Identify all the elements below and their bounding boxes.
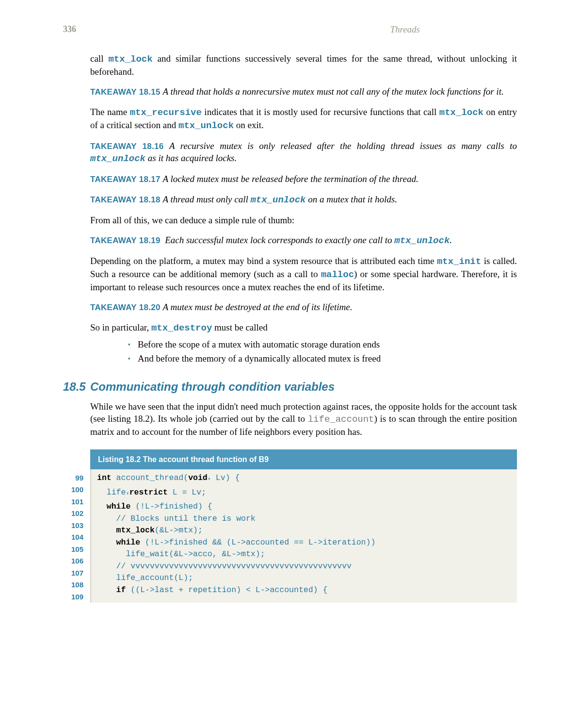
takeaway-body: A thread that holds a nonrecursive mutex…	[162, 86, 503, 97]
bullet-list: Before the scope of a mutex with automat…	[128, 338, 517, 364]
takeaway: TAKEAWAY 18.16 A recursive mutex is only…	[90, 140, 517, 165]
section-title: Communicating through condition variable…	[90, 379, 335, 395]
code-inline: mtx_unlock	[90, 153, 145, 164]
takeaway-body: A locked mutex must be released before t…	[162, 174, 418, 184]
paragraph: While we have seen that the input didn't…	[90, 400, 517, 438]
takeaway: TAKEAWAY 18.17 A locked mutex must be re…	[90, 173, 517, 185]
paragraph: So in particular, mtx_destroy must be ca…	[90, 321, 517, 334]
list-item: And before the memory of a dynamically a…	[128, 352, 517, 364]
page-header: 336 Threads	[63, 24, 517, 35]
code-inline: mtx_destroy	[151, 323, 212, 333]
takeaway: TAKEAWAY 18.18 A thread must only call m…	[90, 193, 517, 206]
takeaway-body: A thread must only call mtx_unlock on a …	[162, 194, 397, 204]
takeaway-body: Each successful mutex lock corresponds t…	[165, 235, 452, 245]
body-content: call mtx_lock and similar functions succ…	[90, 52, 517, 603]
takeaway: TAKEAWAY 18.20 A mutex must be destroyed…	[90, 301, 517, 313]
line-numbers: 99100101 102103104 105106107 108109	[63, 469, 90, 603]
code-inline: mtx_unlock	[250, 195, 306, 205]
paragraph: The name mtx_recursive indicates that it…	[90, 106, 517, 132]
code-inline: mtx_lock	[108, 54, 152, 65]
takeaway-body: A mutex must be destroyed at the end of …	[162, 302, 352, 312]
code-listing: Listing 18.2 The account thread function…	[63, 449, 517, 603]
code-inline: mtx_lock	[439, 107, 483, 118]
takeaway-label: TAKEAWAY 18.19	[90, 236, 161, 245]
code-inline: malloc	[321, 269, 354, 280]
listing-header: Listing 18.2 The account thread function…	[90, 449, 517, 469]
takeaway-label: TAKEAWAY 18.16	[90, 142, 163, 151]
takeaway: TAKEAWAY 18.19 Each successful mutex loc…	[90, 234, 517, 247]
running-title: Threads	[390, 24, 517, 35]
code-inline: mtx_unlock	[394, 235, 450, 246]
code-body: int account_thread(void* Lv) { life*rest…	[90, 469, 517, 603]
takeaway: TAKEAWAY 18.15 A thread that holds a non…	[90, 85, 517, 98]
section-heading: 18.5 Communicating through condition var…	[63, 379, 517, 395]
code-inline-gray: life_account	[308, 414, 374, 425]
code-inline: mtx_recursive	[130, 107, 202, 118]
paragraph: Depending on the platform, a mutex may b…	[90, 255, 517, 293]
section-number: 18.5	[63, 379, 90, 395]
takeaway-label: TAKEAWAY 18.18	[90, 195, 161, 204]
takeaway-label: TAKEAWAY 18.20	[90, 303, 161, 312]
takeaway-label: TAKEAWAY 18.15	[90, 87, 161, 97]
paragraph: From all of this, we can deduce a simple…	[90, 214, 517, 226]
paragraph: call mtx_lock and similar functions succ…	[90, 52, 517, 78]
code-inline: mtx_init	[437, 256, 481, 267]
list-item: Before the scope of a mutex with automat…	[128, 338, 517, 350]
takeaway-label: TAKEAWAY 18.17	[90, 175, 161, 184]
page-number: 336	[63, 24, 76, 35]
code-inline: mtx_unlock	[178, 120, 234, 131]
